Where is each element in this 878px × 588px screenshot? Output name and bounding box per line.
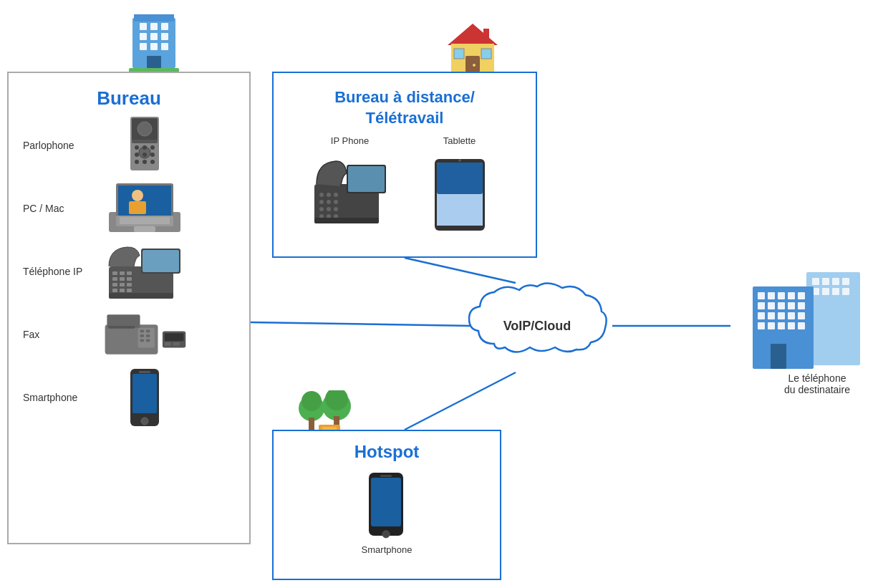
smartphone-label: Smartphone (23, 392, 102, 403)
svg-rect-116 (812, 278, 819, 285)
svg-rect-141 (768, 322, 775, 329)
svg-rect-7 (150, 23, 158, 30)
svg-rect-63 (140, 339, 145, 342)
svg-line-2 (405, 372, 516, 430)
svg-rect-114 (380, 475, 392, 477)
fax-icon (102, 306, 188, 363)
svg-rect-117 (822, 278, 829, 285)
svg-point-26 (135, 160, 139, 164)
svg-rect-41 (143, 250, 179, 272)
svg-point-86 (334, 193, 338, 197)
remote-panel: Bureau à distance/ Télétravail IP Phone (272, 72, 537, 258)
svg-rect-62 (146, 334, 150, 337)
svg-rect-130 (758, 302, 765, 309)
remote-title: Bureau à distance/ Télétravail (274, 87, 536, 128)
svg-point-113 (382, 531, 390, 538)
svg-rect-127 (778, 292, 785, 299)
svg-point-89 (334, 200, 338, 204)
svg-rect-125 (758, 292, 765, 299)
svg-rect-123 (842, 288, 849, 295)
svg-marker-73 (448, 24, 498, 45)
hotspot-panel: Hotspot Smartphone (272, 430, 501, 580)
svg-point-90 (319, 207, 324, 211)
svg-point-87 (319, 200, 324, 204)
svg-rect-60 (146, 330, 150, 333)
svg-point-102 (458, 159, 461, 162)
svg-point-25 (150, 153, 155, 157)
svg-rect-44 (127, 271, 132, 275)
parlophone-label: Parlophone (23, 140, 102, 151)
telephoneip-icon (102, 243, 188, 300)
parlophone-icon (102, 117, 188, 174)
svg-rect-48 (112, 283, 117, 286)
pcmac-label: PC / Mac (23, 203, 102, 214)
svg-rect-52 (120, 289, 125, 292)
svg-rect-142 (778, 322, 785, 329)
bureau-building-icon (118, 7, 190, 75)
svg-point-104 (301, 391, 322, 411)
svg-rect-13 (150, 43, 158, 50)
bureau-item-smartphone: Smartphone (23, 369, 235, 426)
bureau-title: Bureau (9, 87, 249, 110)
svg-rect-12 (140, 43, 147, 50)
svg-point-28 (150, 160, 155, 164)
svg-rect-137 (778, 312, 785, 319)
svg-rect-74 (483, 29, 489, 42)
bureau-item-pcmac: PC / Mac (23, 180, 235, 237)
svg-rect-45 (112, 277, 117, 281)
svg-rect-43 (120, 271, 125, 275)
svg-rect-49 (120, 283, 125, 286)
tablette-icon (417, 152, 503, 238)
fax-label: Fax (23, 329, 102, 340)
destination-text: Le téléphonedu destinataire (784, 372, 850, 395)
svg-rect-72 (139, 371, 150, 373)
svg-rect-68 (173, 342, 180, 346)
svg-point-92 (334, 207, 338, 211)
smartphone-icon (102, 369, 188, 426)
voip-cloud-label: VoIP/Cloud (503, 319, 571, 334)
svg-point-85 (327, 193, 331, 197)
svg-rect-140 (758, 322, 765, 329)
destination-label: Le téléphonedu destinataire (771, 372, 864, 395)
svg-rect-70 (132, 374, 157, 413)
destination-building (749, 265, 864, 380)
svg-rect-64 (146, 339, 150, 342)
svg-rect-8 (161, 23, 168, 30)
svg-rect-5 (134, 14, 174, 21)
hotspot-title: Hotspot (274, 442, 500, 462)
svg-rect-121 (822, 288, 829, 295)
svg-rect-6 (140, 23, 147, 30)
svg-rect-132 (778, 302, 785, 309)
svg-rect-61 (140, 334, 145, 337)
svg-point-23 (135, 153, 139, 157)
svg-rect-67 (165, 342, 171, 346)
svg-point-22 (150, 145, 155, 150)
svg-point-84 (319, 193, 324, 197)
svg-point-27 (143, 160, 147, 164)
svg-rect-100 (437, 194, 483, 226)
svg-point-91 (327, 207, 331, 211)
svg-rect-131 (768, 302, 775, 309)
svg-rect-122 (832, 288, 839, 295)
bureau-item-fax: Fax (23, 306, 235, 363)
svg-rect-139 (798, 312, 805, 319)
svg-point-21 (143, 145, 147, 150)
hotspot-smartphone-label: Smartphone (362, 544, 413, 555)
svg-rect-144 (798, 322, 805, 329)
svg-rect-11 (161, 33, 168, 40)
tablette-label: Tablette (443, 135, 476, 146)
svg-rect-51 (112, 289, 117, 292)
remote-item-tablette: Tablette (417, 135, 503, 238)
bureau-item-telephoneip: Téléphone IP (23, 243, 235, 300)
hotspot-item-smartphone: Smartphone (362, 469, 413, 555)
bureau-item-parlophone: Parlophone (23, 117, 235, 174)
pcmac-icon (102, 180, 188, 237)
svg-rect-42 (112, 271, 117, 275)
svg-rect-53 (127, 289, 132, 292)
svg-rect-66 (165, 333, 184, 341)
svg-rect-138 (788, 312, 795, 319)
svg-point-20 (135, 145, 139, 150)
svg-rect-59 (140, 330, 145, 333)
svg-rect-133 (788, 302, 795, 309)
svg-rect-143 (788, 322, 795, 329)
